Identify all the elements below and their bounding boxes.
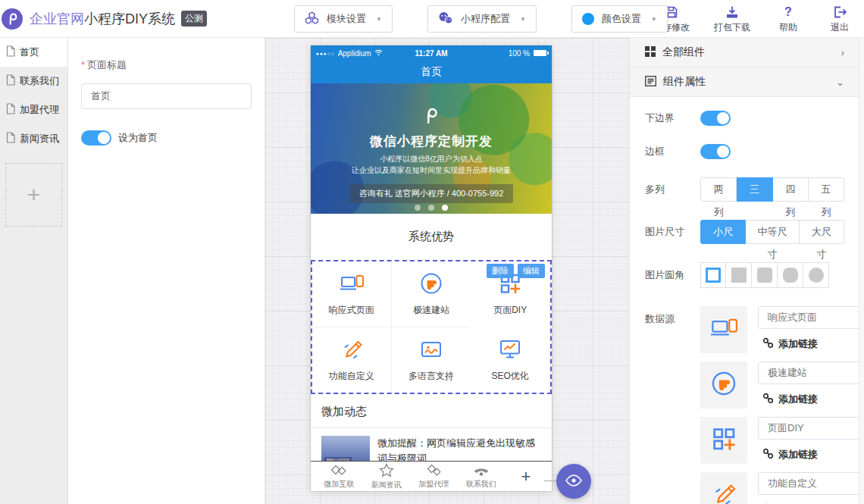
chevron-right-icon: ›: [841, 47, 844, 58]
components-grid-icon: [645, 46, 656, 59]
sidebar-item-contact[interactable]: 联系我们: [0, 67, 67, 95]
top-header: 企业官网小程序DIY系统 公测 模块设置 ▼: [0, 0, 864, 38]
props-form: 下边界 边框 多列 两列 三列 四列 五列: [630, 97, 859, 504]
carousel-dot-active[interactable]: [442, 205, 448, 211]
tab-agent[interactable]: 加盟代理: [410, 462, 458, 490]
banner-subline-1: 小程序以微信8亿用户为切入点: [311, 153, 552, 164]
banner-module[interactable]: 微信小程序定制开发 小程序以微信8亿用户为切入点 让企业以及商家在短时间里实现提…: [311, 83, 552, 214]
color-settings-dropdown[interactable]: 颜色设置 ▼: [571, 5, 668, 33]
datasource-item: 添加链接: [700, 362, 859, 409]
radius-option-rounded-sm[interactable]: [752, 262, 778, 288]
inspector-panel: 全部组件 › 组件属性 ⌄ 下边界: [629, 38, 864, 504]
custom-function-icon: [710, 481, 737, 504]
size-medium[interactable]: 中等尺寸: [746, 220, 799, 244]
advantages-grid-module[interactable]: 删除 编辑 响应式页面: [311, 260, 552, 394]
add-link-button[interactable]: 添加链接: [758, 447, 822, 462]
tabbar-add-button[interactable]: +: [505, 466, 547, 487]
download-icon: [725, 5, 739, 19]
set-home-toggle[interactable]: [81, 130, 111, 146]
banner-logo-icon: [311, 105, 552, 129]
page-title-input[interactable]: [81, 83, 252, 109]
datasource-title-input[interactable]: [758, 417, 859, 440]
grid-cell-speed[interactable]: 极速建站: [392, 261, 471, 327]
page-settings-panel: *页面标题 设为首页: [68, 38, 265, 504]
radius-option-none-selected[interactable]: [700, 262, 726, 288]
inspector-scrollbar[interactable]: [859, 38, 864, 504]
phone-nav-title: 首页: [421, 65, 442, 79]
size-large[interactable]: 大尺寸: [800, 220, 844, 244]
datasource-title-input[interactable]: [758, 306, 859, 329]
page-icon: [5, 132, 16, 146]
grid-cell-seo[interactable]: SEO优化: [471, 327, 550, 393]
responsive-page-icon: [340, 271, 364, 298]
modules-icon: [305, 11, 319, 27]
chevron-down-icon: ▼: [376, 16, 382, 23]
grid-cell-multilang[interactable]: 多语言支持: [392, 327, 471, 393]
datasource-image-picker[interactable]: [700, 472, 747, 504]
datasource-title-input[interactable]: [758, 472, 859, 495]
exit-button[interactable]: 退出: [822, 5, 858, 35]
responsive-page-icon: [710, 315, 737, 345]
banner-contact-pill: 咨询有礼 送官网小程序 / 400-0755-992: [349, 184, 514, 203]
add-page-button[interactable]: +: [5, 163, 62, 227]
set-home-row: 设为首页: [81, 130, 252, 146]
phone-status-bar: ●●●○○ Applidium 11:27 AM 100 %: [311, 45, 552, 61]
module-settings-dropdown[interactable]: 模块设置 ▼: [294, 5, 393, 33]
exit-icon: [833, 5, 847, 19]
grid-cell-custom[interactable]: 功能自定义: [312, 327, 392, 393]
datasource-list: 添加链接: [700, 306, 859, 504]
tab-contact[interactable]: 联系我们: [458, 463, 506, 490]
app-title: 企业官网小程序DIY系统: [30, 10, 175, 28]
color-swatch-icon: [582, 13, 594, 25]
header-toolbar: 模块设置 ▼ 小程序配置 ▼ 颜色设置 ▼: [294, 5, 668, 33]
datasource-item: 添加链接: [700, 472, 859, 504]
banner-heading: 微信小程序定制开发: [311, 133, 552, 150]
columns-option-5[interactable]: 五列: [809, 177, 844, 202]
all-components-header[interactable]: 全部组件 ›: [630, 38, 859, 67]
add-link-button[interactable]: 添加链接: [758, 392, 822, 407]
star-icon: [379, 463, 394, 479]
columns-option-4[interactable]: 四列: [773, 177, 809, 202]
help-button[interactable]: ? 帮助: [770, 5, 806, 35]
radius-option-square[interactable]: [726, 262, 752, 288]
grid-cell-responsive[interactable]: 响应式页面: [312, 261, 392, 327]
wechat-icon: [438, 11, 453, 27]
link-icon: [762, 337, 774, 351]
link-icon: [762, 393, 774, 406]
carousel-dot[interactable]: [415, 205, 421, 211]
tab-weijia[interactable]: 微加互联: [315, 463, 363, 490]
prop-row-border: 边框: [645, 144, 844, 159]
delete-module-button[interactable]: 删除: [487, 264, 514, 278]
component-props-header[interactable]: 组件属性 ⌄: [630, 67, 859, 97]
datasource-image-picker[interactable]: [700, 306, 747, 353]
bottom-border-toggle[interactable]: [700, 111, 731, 126]
datasource-title-input[interactable]: [758, 362, 859, 384]
miniprogram-config-dropdown[interactable]: 小程序配置 ▼: [427, 5, 537, 33]
download-button[interactable]: 打包下载: [709, 5, 755, 35]
add-link-button[interactable]: 添加链接: [758, 337, 822, 352]
eye-icon: [565, 474, 583, 489]
preview-button[interactable]: [556, 464, 591, 499]
datasource-image-picker[interactable]: [700, 362, 747, 409]
beta-badge: 公测: [181, 11, 207, 27]
radius-option-rounded-lg[interactable]: [778, 262, 803, 288]
edit-module-button[interactable]: 编辑: [518, 264, 545, 278]
prop-row-columns: 多列 两列 三列 四列 五列: [645, 177, 844, 202]
page-diy-icon: [710, 425, 737, 455]
datasource-item: 添加链接: [700, 417, 859, 464]
columns-option-3-selected[interactable]: 三列: [737, 177, 772, 202]
size-small-selected[interactable]: 小尺寸: [700, 220, 746, 244]
multilanguage-icon: [419, 337, 443, 364]
sidebar-item-news[interactable]: 新闻资讯: [0, 124, 67, 153]
tab-news[interactable]: 新闻资讯: [363, 462, 411, 491]
page-icon: [5, 103, 16, 117]
sidebar-item-home[interactable]: 首页: [0, 38, 67, 67]
border-toggle[interactable]: [700, 144, 731, 159]
datasource-image-picker[interactable]: [700, 417, 747, 464]
radius-option-circle[interactable]: [803, 262, 829, 288]
sidebar-item-agent[interactable]: 加盟代理: [0, 95, 67, 124]
columns-option-2[interactable]: 两列: [700, 177, 737, 202]
datasource-item: 添加链接: [700, 306, 859, 353]
carousel-dot[interactable]: [428, 205, 434, 211]
header-actions: 保存修改 打包下载 ? 帮助: [649, 2, 864, 35]
